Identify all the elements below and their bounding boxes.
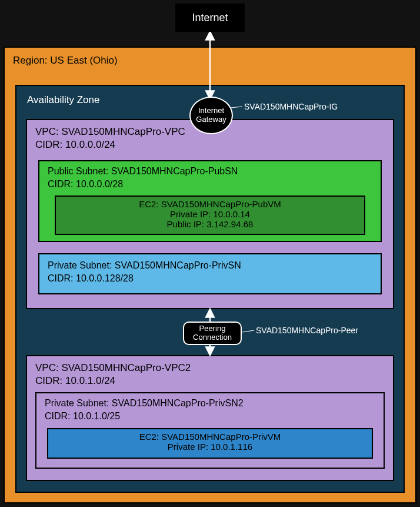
ec2-public-pub-ip: Public IP: 3.142.94.68 (56, 219, 364, 229)
ec2-public-box: EC2: SVAD150MHNCapPro-PubVM Private IP: … (55, 195, 365, 235)
vpc1-name: VPC: SVAD150MHNCapPro-VPC (35, 126, 185, 138)
private-subnet2-name: Private Subnet: SVAD150MHNCapPro-PrivSN2 (45, 398, 244, 409)
vpc1-cidr: CIDR: 10.0.0.0/24 (35, 139, 115, 151)
igw-line2: Gateway (196, 115, 226, 124)
igw-line1: Internet (198, 107, 224, 115)
internet-label: Internet (192, 12, 228, 24)
ec2-public-name: EC2: SVAD150MHNCapPro-PubVM (56, 199, 364, 209)
region-label: Region: US East (Ohio) (13, 55, 118, 67)
ec2-private-name: EC2: SVAD150MHNCapPro-PrivVM (48, 432, 372, 442)
public-subnet-name: Public Subnet: SVAD150MHNCapPro-PubSN (48, 166, 238, 177)
peer-line1: Peering (199, 324, 226, 333)
igw-name-label: SVAD150MHNCapPro-IG (244, 102, 338, 111)
ec2-private-box: EC2: SVAD150MHNCapPro-PrivVM Private IP:… (47, 428, 373, 459)
private-subnet1-box: Private Subnet: SVAD150MHNCapPro-PrivSN … (38, 253, 382, 294)
public-subnet-cidr: CIDR: 10.0.0.0/28 (48, 179, 123, 190)
ec2-public-priv-ip: Private IP: 10.0.0.14 (56, 209, 364, 219)
private-subnet2-cidr: CIDR: 10.0.1.0/25 (45, 411, 120, 422)
vpc2-name: VPC: SVAD150MHNCapPro-VPC2 (35, 362, 191, 374)
vpc2-cidr: CIDR: 10.0.1.0/24 (35, 375, 115, 387)
availability-zone-label: Availability Zone (27, 94, 99, 106)
private-subnet1-name: Private Subnet: SVAD150MHNCapPro-PrivSN (48, 260, 241, 271)
diagram-canvas: Region: US East (Ohio) Availability Zone… (0, 0, 420, 507)
private-subnet1-cidr: CIDR: 10.0.0.128/28 (48, 273, 134, 284)
peer-name-label: SVAD150MHNCapPro-Peer (256, 326, 358, 335)
peering-node: Peering Connection (183, 322, 242, 345)
internet-box: Internet (175, 4, 245, 32)
internet-gateway-node: Internet Gateway (189, 97, 233, 134)
peer-line2: Connection (193, 333, 232, 342)
ec2-private-priv-ip: Private IP: 10.0.1.116 (48, 442, 372, 452)
